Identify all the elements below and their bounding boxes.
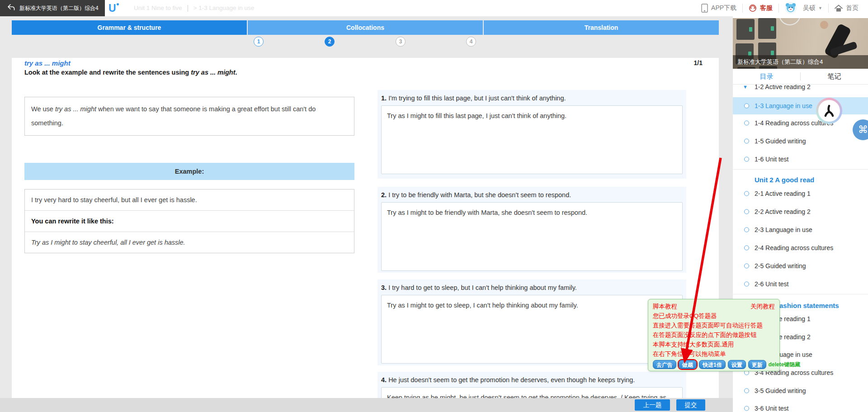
header-course-title: 新标准大学英语（第二版）综合4: [19, 5, 99, 12]
bullet-circle-icon: [744, 209, 749, 214]
popup-line: 您已成功登录CQ答题器: [653, 311, 775, 321]
sidebar-item-2-3[interactable]: 2-3 Language in use: [733, 221, 868, 239]
home-menu-item[interactable]: 首页: [828, 4, 864, 13]
question-block-3: 3. I try hard to get to sleep, but I can…: [377, 279, 686, 365]
popup-line: 本脚本支持绝大多数页面,通用: [653, 340, 775, 349]
popup-title: 脚本教程: [653, 302, 677, 311]
exercise-title: try as ... might: [24, 59, 71, 67]
sidebar-item-2-6[interactable]: 2-6 Unit test: [733, 275, 868, 293]
bullet-circle-icon: [744, 157, 749, 162]
step-3[interactable]: 3: [396, 37, 406, 47]
bullet-circle-icon: [744, 139, 749, 144]
settings-button[interactable]: 设置: [728, 360, 746, 369]
sidebar-item-2-2[interactable]: 2-2 Active reading 2: [733, 203, 868, 221]
user-menu-item[interactable]: 吴硕 ▼: [778, 4, 828, 13]
delete-key-hint: delete键隐藏: [769, 361, 801, 369]
tab-collocations[interactable]: Collocations: [248, 20, 483, 35]
home-icon: [835, 5, 843, 12]
grammar-intro-box: We use try as ... might when we want to …: [24, 97, 354, 136]
bullet-circle-icon: [744, 264, 749, 269]
update-button[interactable]: 更新: [748, 360, 766, 369]
answer-textarea-1[interactable]: Try as I might to fill this last page, I…: [381, 105, 683, 174]
bullet-circle-icon: [744, 246, 749, 251]
sidebar-course-title: 新标准大学英语（第二版）综合4: [733, 55, 868, 69]
step-2-current[interactable]: 2: [325, 37, 335, 47]
bullet-circle-icon: [744, 282, 749, 287]
sidebar-item-2-4[interactable]: 2-4 Reading across cultures: [733, 239, 868, 257]
sidebar-tabs: 目录 笔记: [733, 69, 868, 85]
exercise-card: try as ... might 1/1 Look at the example…: [12, 58, 719, 412]
question-prompt: 1. I'm trying to fill this last page, bu…: [381, 95, 683, 102]
back-icon[interactable]: [7, 4, 15, 13]
step-4[interactable]: 4: [466, 37, 476, 47]
extension-logo-icon: [818, 100, 840, 122]
bullet-circle-icon: [744, 227, 749, 232]
answer-script-popup: 脚本教程 关闭教程 您已成功登录CQ答题器 直接进入需要答题页面即可自动运行答题…: [648, 299, 780, 371]
popup-line: 在答题页面没反应的点下面的做题按钮: [653, 330, 775, 340]
phone-icon: [701, 4, 708, 13]
avatar: [785, 2, 800, 15]
speed-up-button[interactable]: 快进1倍: [699, 360, 726, 369]
tab-toc[interactable]: 目录: [733, 69, 800, 84]
example-header: Example:: [24, 163, 354, 180]
sidebar-item-1-6[interactable]: 1-6 Unit test: [733, 150, 868, 168]
course-cover-image: 新标准大学英语（第二版）综合4: [733, 18, 868, 69]
page-indicator: 1/1: [694, 59, 703, 66]
sidebar-item-3-5[interactable]: 3-5 Guided writing: [733, 382, 868, 400]
question-block-2: 2. I try to be friendly with Marta, but …: [377, 187, 686, 273]
example-rewrite-label: You can rewrite it like this:: [25, 210, 354, 232]
app-download-item[interactable]: APP下载: [695, 4, 742, 13]
step-1[interactable]: 1: [254, 37, 264, 47]
question-prompt: 4. He just doesn't seem to get the promo…: [381, 376, 683, 384]
answer-textarea-2[interactable]: Try as I might to be friendly with Marta…: [381, 202, 683, 271]
remove-ads-button[interactable]: 去广告: [653, 360, 676, 369]
question-block-1: 1. I'm trying to fill this last page, bu…: [377, 90, 686, 179]
top-bar: 新标准大学英语（第二版）综合4 U Unit 1 Nine to five> 1…: [0, 0, 868, 16]
breadcrumb-section: > 1-3 Language in use: [193, 5, 255, 11]
breadcrumb: Unit 1 Nine to five> 1-3 Language in use: [134, 0, 254, 16]
sidebar-item-1-4[interactable]: 1-4 Reading across cultures: [733, 114, 868, 132]
example-rewritten: Try as I might to stay cheerful, all I e…: [25, 232, 354, 253]
chevron-down-icon: ▼: [818, 6, 822, 10]
section-tabbar: Grammar & structure Collocations Transla…: [12, 20, 719, 35]
command-glyph-icon: ⌘: [858, 124, 868, 136]
tab-grammar-structure[interactable]: Grammar & structure: [12, 20, 247, 35]
headset-icon: [749, 4, 757, 12]
play-button-partial: [779, 18, 801, 25]
bullet-circle-icon: [744, 388, 749, 393]
exercise-instruction: Look at the example and rewrite the sent…: [24, 69, 237, 76]
previous-question-button[interactable]: 上一题: [635, 399, 670, 411]
tab-translation[interactable]: Translation: [484, 20, 719, 35]
do-questions-button[interactable]: 做题: [679, 360, 697, 369]
breadcrumb-divider: [188, 5, 188, 12]
breadcrumb-unit: Unit 1 Nine to five: [134, 5, 182, 11]
popup-line: 直接进入需要答题页面即可自动运行答题: [653, 321, 775, 330]
tab-notes[interactable]: 笔记: [801, 69, 868, 84]
answer-textarea-3[interactable]: Try as I might to get to sleep, I can't …: [381, 295, 683, 364]
extension-float-icon[interactable]: [816, 98, 842, 124]
sidebar-item-2-5[interactable]: 2-5 Guided writing: [733, 257, 868, 275]
bullet-circle-icon: [744, 406, 749, 411]
sidebar-item-1-3-active[interactable]: 1-3 Language in use: [733, 97, 868, 114]
logo-dot: [117, 3, 119, 5]
divider: [733, 294, 868, 294]
back-course-area[interactable]: 新标准大学英语（第二版）综合4: [0, 0, 105, 16]
sidebar-item-3-6[interactable]: 3-6 Unit test: [733, 399, 868, 412]
example-table: I try very hard to stay cheerful, but al…: [24, 189, 354, 253]
bottom-action-bar: 上一题 提交: [0, 398, 733, 412]
question-prompt: 3. I try hard to get to sleep, but I can…: [381, 284, 683, 291]
unipus-logo[interactable]: U: [108, 2, 116, 14]
bullet-circle-icon: [744, 104, 749, 109]
bullet-circle-icon: [744, 121, 749, 126]
sidebar-item-1-5[interactable]: 1-5 Guided writing: [733, 132, 868, 150]
submit-button[interactable]: 提交: [676, 399, 705, 411]
popup-buttons-row: 去广告 做题 快进1倍 设置 更新 delete键隐藏: [653, 360, 775, 369]
divider: [733, 169, 868, 170]
sidebar-item-2-1[interactable]: 2-1 Active reading 1: [733, 185, 868, 203]
example-sentence: I try very hard to stay cheerful, but al…: [25, 189, 354, 210]
customer-service-item[interactable]: 客服: [742, 4, 778, 13]
question-prompt: 2. I try to be friendly with Marta, but …: [381, 191, 683, 199]
header-menu: APP下载 客服 吴硕 ▼ 首页: [695, 0, 864, 16]
popup-line: 在右下角位置可以拖动菜单: [653, 349, 775, 359]
close-tutorial-link[interactable]: 关闭教程: [750, 302, 775, 311]
